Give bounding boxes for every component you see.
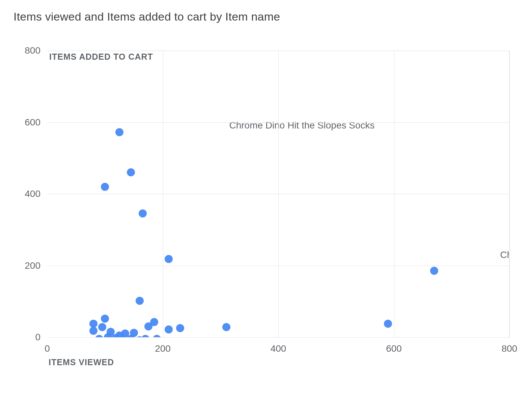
point-annotation: Chrome Dino Hit the Slopes Sv xyxy=(500,250,509,260)
data-point[interactable] xyxy=(98,323,106,331)
data-point[interactable] xyxy=(430,267,438,275)
y-axis-title: ITEMS ADDED TO CART xyxy=(49,52,153,62)
scatter-plot-area[interactable]: Chrome Dino Hit the Slopes SocksChrome D… xyxy=(47,51,509,337)
y-tick-label: 600 xyxy=(13,117,40,128)
data-point[interactable] xyxy=(127,168,135,176)
data-point[interactable] xyxy=(176,324,184,332)
point-annotation: Chrome Dino Hit the Slopes Socks xyxy=(229,120,374,131)
data-point[interactable] xyxy=(165,255,173,263)
y-tick-label: 200 xyxy=(13,260,40,271)
x-tick-label: 200 xyxy=(155,343,171,354)
gridline-vertical xyxy=(163,51,163,337)
data-point[interactable] xyxy=(89,327,97,335)
x-axis-title: ITEMS VIEWED xyxy=(49,357,114,367)
data-point[interactable] xyxy=(95,335,103,337)
data-point[interactable] xyxy=(115,128,123,136)
gridline-vertical xyxy=(278,51,279,337)
data-point[interactable] xyxy=(136,297,144,305)
data-point[interactable] xyxy=(141,335,149,337)
gridline-vertical xyxy=(394,51,394,337)
gridline-vertical xyxy=(509,51,510,337)
x-tick-label: 0 xyxy=(45,343,50,354)
data-point[interactable] xyxy=(222,323,230,331)
data-point[interactable] xyxy=(153,335,161,337)
x-tick-label: 800 xyxy=(502,343,517,354)
gridline-horizontal xyxy=(47,337,509,338)
y-tick-label: 400 xyxy=(13,188,40,199)
data-point[interactable] xyxy=(139,209,147,218)
data-point[interactable] xyxy=(384,320,392,328)
chart-container: Items viewed and Items added to cart by … xyxy=(0,0,532,406)
data-point[interactable] xyxy=(101,183,109,191)
data-point[interactable] xyxy=(101,315,109,323)
x-tick-label: 600 xyxy=(386,343,402,354)
plot-border xyxy=(509,51,509,337)
y-tick-label: 0 xyxy=(13,332,40,343)
y-tick-label: 800 xyxy=(13,45,40,56)
data-point[interactable] xyxy=(144,322,152,330)
data-point[interactable] xyxy=(165,325,173,334)
x-tick-label: 400 xyxy=(271,343,286,354)
chart-title: Items viewed and Items added to cart by … xyxy=(13,10,280,23)
